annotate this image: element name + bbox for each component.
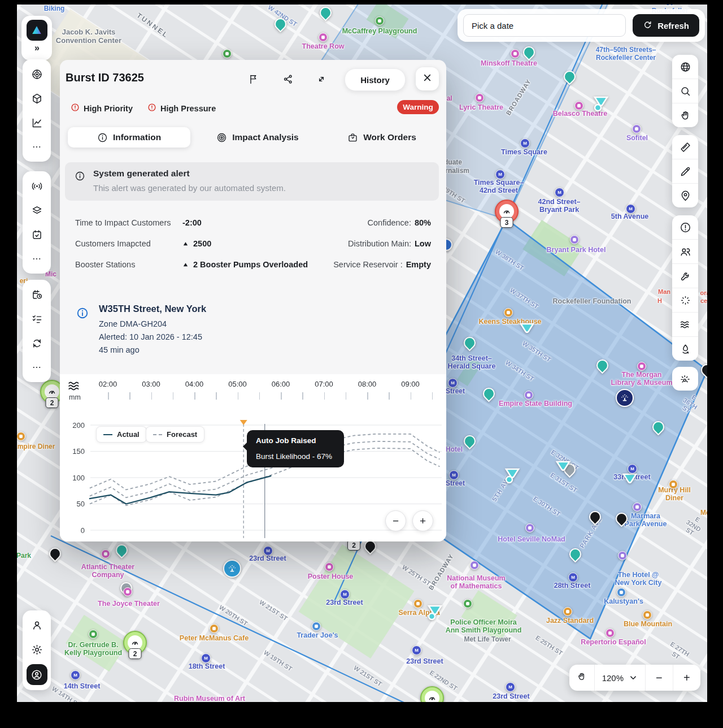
tool-waves-button[interactable] bbox=[672, 313, 698, 337]
tool-pencil-button[interactable] bbox=[672, 159, 698, 184]
tool-globe-button[interactable] bbox=[672, 55, 698, 79]
sensor-marker[interactable] bbox=[504, 467, 521, 486]
sidebar-radar-button[interactable] bbox=[27, 64, 46, 84]
refresh-button[interactable]: Refresh bbox=[633, 14, 699, 37]
tool-drop-cycle-button[interactable] bbox=[672, 337, 698, 361]
map-pin[interactable] bbox=[464, 337, 476, 349]
tool-burst-button[interactable] bbox=[672, 288, 698, 313]
app-logo-card: » bbox=[21, 16, 52, 60]
sidebar-calendar-clock-button[interactable] bbox=[27, 285, 46, 304]
map-pin[interactable] bbox=[464, 435, 476, 447]
map-pin[interactable] bbox=[569, 548, 581, 560]
map-pin[interactable] bbox=[596, 359, 608, 371]
sidebar-signal-button[interactable] bbox=[27, 176, 46, 196]
map-pin[interactable] bbox=[320, 7, 332, 19]
sensor-marker[interactable] bbox=[555, 460, 572, 479]
sidebar-dots-button[interactable] bbox=[27, 249, 46, 268]
tool-search-button[interactable] bbox=[672, 79, 698, 103]
chart-zoom-in-button[interactable]: + bbox=[412, 510, 433, 531]
tool-alert-circle-button[interactable] bbox=[672, 215, 698, 240]
sensor-marker[interactable] bbox=[593, 95, 609, 114]
sidebar-sync-button[interactable] bbox=[27, 333, 46, 353]
gauge-marker[interactable]: 2 bbox=[123, 631, 147, 655]
sidebar-checklist-button[interactable] bbox=[27, 309, 46, 328]
tick bbox=[259, 392, 260, 400]
timeline-axis[interactable]: mm 02:0003:0004:0005:0006:0007:0008:0009… bbox=[60, 376, 446, 405]
tick bbox=[411, 392, 412, 400]
sidebar-chart-line-button[interactable] bbox=[27, 113, 46, 132]
subway-icon[interactable]: M bbox=[263, 546, 273, 556]
sidebar-user-button[interactable] bbox=[27, 616, 46, 635]
legend-actual[interactable]: Actual bbox=[96, 426, 147, 443]
map-pin[interactable] bbox=[116, 544, 128, 556]
priority-badge: High Priority bbox=[71, 103, 133, 114]
tool-ruler-button[interactable] bbox=[672, 135, 698, 159]
subway-icon[interactable]: M bbox=[555, 188, 564, 197]
share-button[interactable] bbox=[280, 72, 297, 89]
pan-tool-button[interactable] bbox=[569, 665, 595, 691]
map-pin[interactable] bbox=[589, 511, 601, 523]
sensor-marker[interactable] bbox=[621, 472, 638, 491]
close-button[interactable] bbox=[416, 67, 439, 90]
sensor-marker[interactable] bbox=[426, 604, 443, 623]
subway-icon[interactable]: M bbox=[506, 682, 515, 692]
tool-splash-button[interactable] bbox=[672, 367, 698, 391]
subway-icon[interactable]: M bbox=[568, 573, 578, 582]
map-pin[interactable] bbox=[523, 46, 535, 58]
map-pin[interactable] bbox=[275, 18, 286, 30]
history-button[interactable]: History bbox=[345, 68, 406, 91]
target-icon bbox=[216, 132, 227, 143]
chart-zoom-out-button[interactable]: − bbox=[385, 510, 406, 531]
map-pin[interactable] bbox=[49, 548, 61, 560]
flag-button[interactable] bbox=[245, 72, 262, 89]
tool-users-button[interactable] bbox=[672, 240, 698, 264]
subway-icon[interactable]: M bbox=[412, 645, 421, 655]
map-pin[interactable] bbox=[701, 364, 707, 376]
toolbar-group bbox=[672, 215, 698, 361]
fountain-marker[interactable] bbox=[223, 560, 241, 578]
sidebar-dots-button[interactable] bbox=[27, 137, 46, 157]
subway-icon[interactable]: M bbox=[201, 653, 211, 663]
date-picker-input[interactable]: Pick a date bbox=[463, 14, 626, 37]
subway-icon[interactable]: M bbox=[520, 138, 530, 148]
map-pin[interactable] bbox=[364, 540, 376, 552]
zoom-in-button[interactable]: + bbox=[673, 665, 700, 691]
map-pin[interactable] bbox=[616, 513, 628, 525]
subway-icon[interactable]: M bbox=[449, 470, 459, 480]
fountain-marker[interactable] bbox=[616, 389, 634, 407]
sensor-marker[interactable] bbox=[519, 322, 535, 341]
sidebar-expand-button[interactable]: » bbox=[34, 43, 39, 53]
tool-pin-button[interactable] bbox=[672, 184, 698, 207]
map-canvas[interactable]: TUNNELJacob K. Javits Convention CenterB… bbox=[17, 5, 707, 702]
gauge-marker[interactable]: 3 bbox=[495, 200, 519, 223]
tool-wrench-button[interactable] bbox=[672, 264, 698, 288]
zoom-out-button[interactable]: − bbox=[646, 665, 673, 691]
pencil-icon bbox=[680, 166, 691, 177]
sidebar-layers-button[interactable] bbox=[27, 201, 46, 220]
sidebar-calendar-check-button[interactable] bbox=[27, 225, 46, 244]
tab-impact-analysis[interactable]: Impact Analysis bbox=[208, 127, 307, 148]
tab-information[interactable]: Information bbox=[68, 127, 190, 148]
subway-icon[interactable]: M bbox=[340, 590, 350, 599]
gauge-marker[interactable] bbox=[420, 686, 444, 702]
poi-icon bbox=[325, 562, 334, 571]
zoom-level-select[interactable]: 120% bbox=[595, 665, 646, 691]
map-pin[interactable] bbox=[652, 421, 664, 433]
subway-icon[interactable]: M bbox=[628, 464, 637, 474]
expand-button[interactable] bbox=[313, 72, 330, 89]
sidebar-dots-button[interactable] bbox=[27, 358, 46, 377]
sidebar-cube-button[interactable] bbox=[27, 89, 46, 108]
subway-icon[interactable]: M bbox=[71, 670, 80, 680]
sidebar-gear-button[interactable] bbox=[27, 640, 46, 659]
poi-icon bbox=[17, 432, 25, 441]
subway-icon[interactable]: M bbox=[626, 204, 635, 214]
tab-work-orders[interactable]: Work Orders bbox=[338, 127, 426, 148]
subway-icon[interactable]: M bbox=[495, 170, 505, 179]
map-pin[interactable] bbox=[483, 388, 495, 400]
legend-forecast[interactable]: Forecast bbox=[146, 426, 204, 443]
alert-circle-icon bbox=[680, 222, 691, 233]
tool-hand-button[interactable] bbox=[672, 103, 698, 127]
subway-icon[interactable]: M bbox=[448, 378, 458, 388]
support-button[interactable] bbox=[27, 664, 47, 685]
map-pin[interactable] bbox=[564, 71, 576, 83]
